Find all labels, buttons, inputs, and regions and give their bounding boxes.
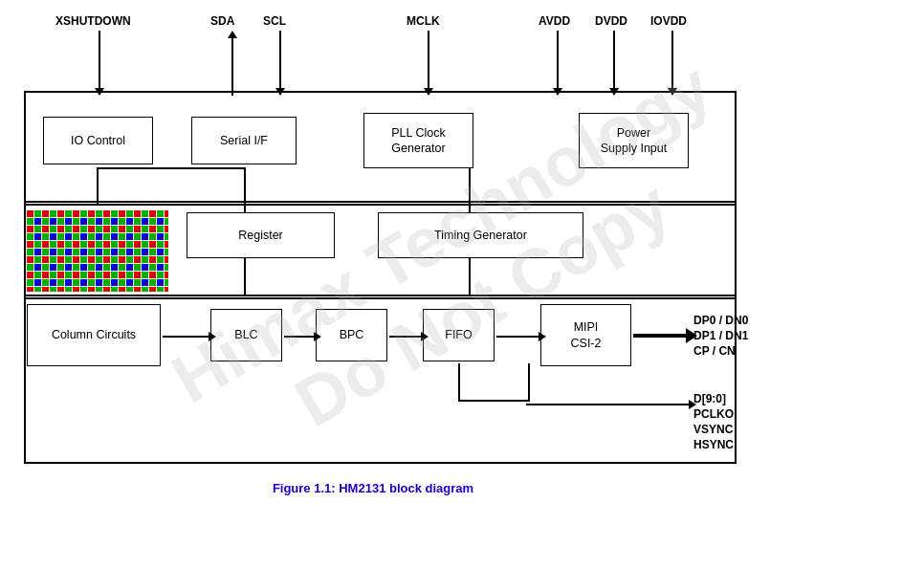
arrow-mclk [424, 31, 433, 96]
arrow-sda [228, 31, 237, 96]
output-vsync: VSYNC [693, 423, 733, 436]
vline-timing-down [469, 258, 471, 296]
pll-clock-block: PLL ClockGenerator [363, 113, 473, 168]
bus-line-top [24, 201, 737, 203]
signal-iovdd: IOVDD [650, 14, 687, 28]
signal-avdd: AVDD [539, 14, 570, 28]
diagram-area: XSHUTDOWN SDA SCL MCLK AVDD [10, 10, 909, 559]
output-pclko: PCLKO [693, 407, 734, 421]
figure-caption: Figure 1.1: HM2131 block diagram [182, 481, 564, 495]
pixel-grid-container [27, 210, 168, 292]
signal-scl: SCL [263, 14, 286, 28]
arrow-xshutdown [95, 31, 104, 96]
output-cp-cn: CP / CN [693, 344, 736, 358]
hline-io-serial [97, 167, 244, 169]
output-hsync: HSYNC [693, 438, 734, 451]
arrow-bpc-fifo [389, 332, 429, 341]
arrow-iovdd [668, 31, 677, 96]
output-dp1-dn1: DP1 / DN1 [693, 329, 748, 342]
vline-mipi-bottom [528, 363, 530, 402]
power-supply-block: PowerSupply Input [579, 113, 689, 168]
arrow-blc-bpc [284, 332, 321, 341]
serial-if-block: Serial I/F [191, 117, 297, 164]
blc-block: BLC [210, 309, 282, 361]
output-dp0-dn0: DP0 / DN0 [693, 314, 748, 327]
signal-dvdd: DVDD [595, 14, 627, 28]
vline-reg-connect [244, 167, 246, 212]
arrow-avdd [553, 31, 562, 96]
output-d9-0: D[9:0] [693, 392, 726, 405]
signal-xshutdown: XSHUTDOWN [55, 14, 131, 28]
arrow-scl [275, 31, 285, 96]
bus-line-mid [24, 295, 737, 296]
vline-io-connect [97, 167, 99, 204]
vline-fifo-bottom [458, 363, 460, 402]
signal-sda: SDA [210, 14, 234, 28]
timing-gen-block: Timing Generator [378, 212, 583, 258]
bpc-block: BPC [316, 309, 387, 361]
fifo-block: FIFO [423, 309, 495, 361]
vline-reg-down [244, 258, 246, 296]
register-block: Register [187, 212, 335, 258]
bus-line-top2 [24, 204, 737, 206]
io-control-block: IO Control [43, 117, 153, 164]
arrow-fifo-mipi [496, 332, 546, 341]
mipi-csi2-block: MIPICSI-2 [540, 304, 631, 366]
signal-mclk: MCLK [407, 14, 440, 28]
bus-line-mid2 [24, 297, 737, 299]
arrow-parallel-out [526, 400, 696, 409]
vline-timing-connect [469, 167, 471, 212]
arrow-mipi-out [633, 328, 697, 343]
page-container: Himax Technology Do Not Copy XSHUTDOWN S… [0, 0, 924, 569]
arrow-col-blc [163, 332, 216, 341]
column-circuits-block: Column Circuits [27, 304, 161, 366]
hline-bottom-connect [458, 400, 528, 402]
arrow-dvdd [609, 31, 619, 96]
